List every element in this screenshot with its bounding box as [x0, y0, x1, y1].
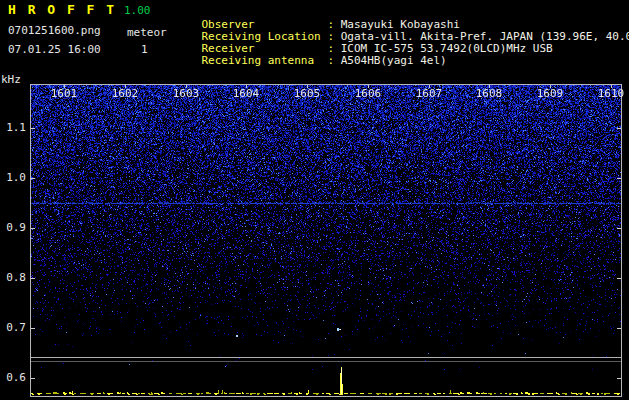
time-tick-label: 1603 — [172, 88, 200, 99]
time-tick-label: 1606 — [354, 88, 382, 99]
freq-tick-label: 1.0 — [0, 172, 26, 183]
freq-tick-label: 0.6 — [0, 372, 26, 383]
hrofft-window: H R O F F T 1.00 0701251600.png meteor 0… — [0, 0, 629, 400]
spectrogram-canvas — [31, 85, 621, 396]
freq-tick-label: 0.7 — [0, 322, 26, 333]
app-version: 1.00 — [124, 5, 151, 16]
time-tick-label: 1608 — [475, 88, 503, 99]
time-tick-label: 1601 — [50, 88, 78, 99]
signal-strip-line-lower — [31, 361, 621, 362]
mode-label: meteor — [127, 27, 167, 38]
info-row-antenna: Receiving antenna: A504HB(yagi 4el) — [175, 41, 447, 80]
freq-tick-label: 0.8 — [0, 272, 26, 283]
antenna-value: A504HB(yagi 4el) — [341, 54, 447, 67]
channel-number: 1 — [141, 44, 148, 55]
separator: : — [328, 54, 341, 67]
signal-strip-line-upper — [31, 357, 621, 358]
time-tick-label: 1610 — [597, 88, 625, 99]
app-title: H R O F F T — [8, 3, 116, 16]
time-tick-label: 1602 — [111, 88, 139, 99]
time-tick-label: 1605 — [293, 88, 321, 99]
antenna-label: Receiving antenna — [202, 54, 328, 67]
freq-tick-label: 1.1 — [0, 122, 26, 133]
time-tick-label: 1607 — [415, 88, 443, 99]
datetime-label: 07.01.25 16:00 — [8, 44, 101, 55]
output-filename: 0701251600.png — [8, 25, 101, 36]
time-tick-label: 1609 — [536, 88, 564, 99]
freq-axis-unit: kHz — [1, 74, 21, 85]
time-tick-label: 1604 — [232, 88, 260, 99]
freq-tick-label: 0.9 — [0, 222, 26, 233]
